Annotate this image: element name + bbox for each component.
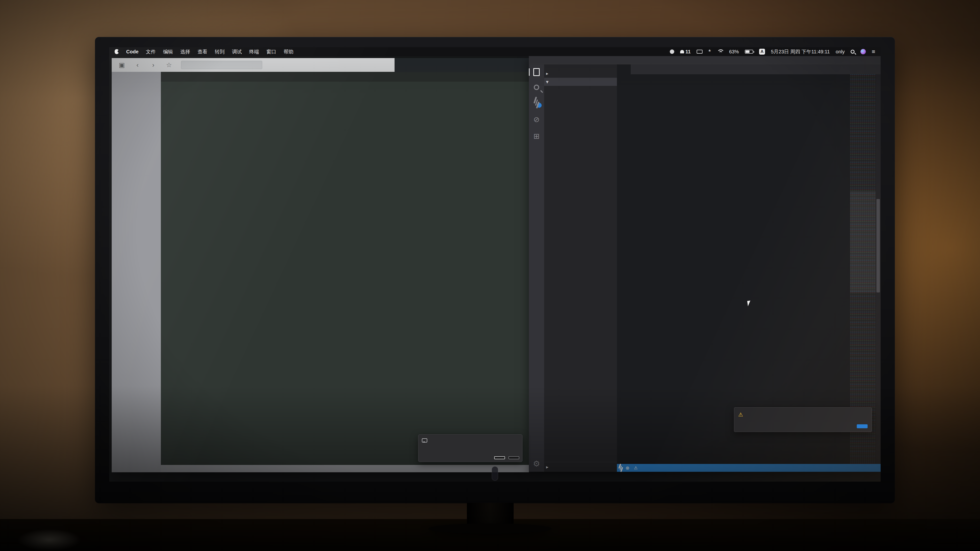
menubar-item[interactable]: 查看 <box>197 48 207 55</box>
menubar-status-item[interactable]: only <box>835 49 845 55</box>
explorer-sidebar: ▸ ▾ ▸ <box>544 64 617 472</box>
chevron-icon: ▾ <box>546 79 549 84</box>
chevron-icon: ▸ <box>546 71 548 76</box>
menubar-status-item[interactable] <box>717 49 723 54</box>
outline-section[interactable]: ▸ <box>544 462 617 472</box>
menubar-status-item[interactable]: A <box>759 49 765 55</box>
menubar-status-item[interactable]: 5月23日 周四 下午11:49:11 <box>771 48 830 55</box>
toolbar-icons: ▣‹›☆ <box>112 58 395 72</box>
vscode-tabbar <box>617 64 881 74</box>
macos-menubar: Code文件编辑选择查看转到调试终端窗口帮助 1163%A5月23日 周四 下午… <box>109 47 881 56</box>
editor-tab-index-aspx[interactable] <box>617 64 631 74</box>
git-notification-toast: ⚠ <box>734 407 872 432</box>
settings-gear-icon[interactable]: ⚙ <box>529 459 544 468</box>
vscode-titlebar <box>529 56 881 64</box>
hbuilderx-window: ▣‹›☆ <box>112 58 529 472</box>
menubar-status-item[interactable] <box>861 49 866 54</box>
vscode-statusbar <box>617 464 881 472</box>
menubar-item[interactable]: 编辑 <box>163 48 173 55</box>
explorer-title <box>544 64 617 69</box>
git-branch-icon[interactable] <box>620 466 621 470</box>
hbuilderx-statusbar <box>161 465 529 472</box>
filename-search-input[interactable] <box>181 61 262 69</box>
hbuilderx-toolbar: ▣‹›☆ <box>112 58 529 72</box>
menubar-status-item[interactable] <box>851 50 854 54</box>
activity-bar: ⊘ ⊞ ⚙ <box>529 64 544 472</box>
menubar-status-item[interactable]: ≡ <box>872 48 875 55</box>
mouse-cursor <box>747 300 753 306</box>
git-badge <box>537 103 542 108</box>
hbuilderx-code-editor[interactable] <box>161 82 529 465</box>
open-editors-section[interactable]: ▸ <box>544 69 617 78</box>
menubar-status-item[interactable] <box>670 49 674 54</box>
update-later-button[interactable] <box>508 456 519 459</box>
menubar-status-item[interactable] <box>745 50 753 54</box>
vscode-code-editor[interactable] <box>617 75 850 464</box>
toolbar-icon[interactable]: ‹ <box>134 61 141 69</box>
monitor-stand-base <box>428 524 552 534</box>
hbuilderx-tabbar <box>161 72 529 82</box>
search-icon[interactable] <box>534 84 539 90</box>
message-bubble-icon <box>422 438 427 443</box>
workspace-root[interactable]: ▾ <box>544 78 617 86</box>
desk-lamp-glow <box>17 529 81 551</box>
menubar-left: Code文件编辑选择查看转到调试终端窗口帮助 <box>115 48 293 55</box>
dont-show-again-button[interactable] <box>857 424 868 428</box>
menubar-status-item[interactable]: 63% <box>729 49 739 55</box>
errors-count[interactable] <box>625 465 630 471</box>
update-now-button[interactable] <box>494 456 505 459</box>
menubar-item[interactable]: 调试 <box>232 48 242 55</box>
update-dialog <box>418 435 522 462</box>
minimap[interactable] <box>850 74 876 464</box>
menubar-item[interactable]: 帮助 <box>284 48 293 55</box>
menubar-item[interactable]: 窗口 <box>266 48 276 55</box>
toolbar-icon[interactable]: ▣ <box>118 61 126 69</box>
menubar-item[interactable]: 终端 <box>249 48 259 55</box>
menubar-item[interactable]: 文件 <box>146 48 156 55</box>
menubar-item[interactable]: 选择 <box>180 48 190 55</box>
hbuilderx-project-tree <box>112 72 161 472</box>
monitor: Code文件编辑选择查看转到调试终端窗口帮助 1163%A5月23日 周四 下午… <box>95 37 895 503</box>
dock <box>492 467 498 481</box>
menubar-right: 1163%A5月23日 周四 下午11:49:11only≡ <box>670 48 875 55</box>
file-tree <box>544 86 617 462</box>
menubar-status-item[interactable] <box>697 50 703 54</box>
menubar-item[interactable]: Code <box>126 49 138 55</box>
scrollbar[interactable] <box>876 74 881 464</box>
desktop: ▣‹›☆ <box>109 56 881 482</box>
toolbar-icon[interactable]: › <box>150 61 157 69</box>
menubar-item[interactable]: 转到 <box>215 48 224 55</box>
explorer-icon[interactable] <box>532 68 541 76</box>
project-root[interactable] <box>112 73 161 76</box>
toolbar-icon[interactable]: ☆ <box>165 61 173 69</box>
warnings-count[interactable] <box>634 465 638 471</box>
vscode-window: ⊘ ⊞ ⚙ ▸ ▾ ▸ <box>529 56 881 472</box>
debug-icon[interactable]: ⊘ <box>532 115 541 124</box>
menubar-item[interactable] <box>115 49 119 54</box>
source-control-icon[interactable] <box>532 99 541 107</box>
extensions-icon[interactable]: ⊞ <box>532 132 541 140</box>
chevron-icon: ▸ <box>546 464 549 470</box>
menubar-status-item[interactable]: 11 <box>680 49 691 55</box>
warning-icon: ⚠ <box>738 411 743 418</box>
screen: Code文件编辑选择查看转到调试终端窗口帮助 1163%A5月23日 周四 下午… <box>109 47 881 482</box>
menubar-status-item[interactable] <box>708 50 711 54</box>
minimap-viewport[interactable] <box>850 191 876 293</box>
